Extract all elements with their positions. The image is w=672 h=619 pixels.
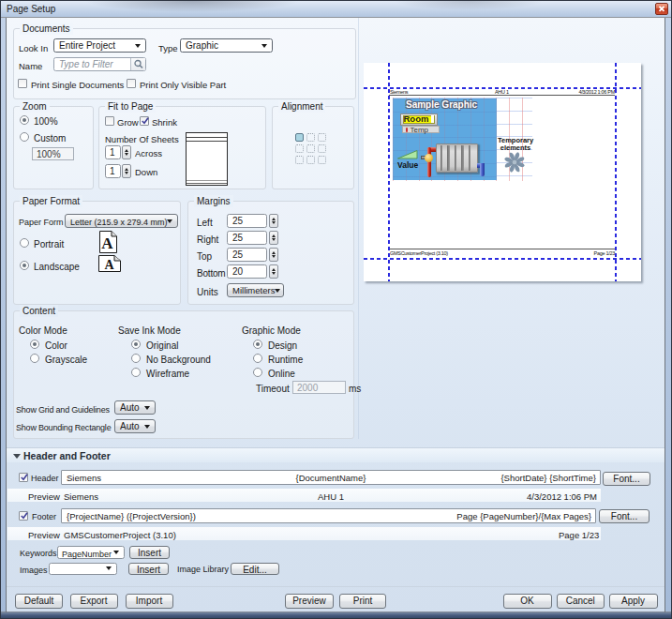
svg-text:A: A xyxy=(101,234,113,252)
svg-text:A: A xyxy=(104,258,114,272)
